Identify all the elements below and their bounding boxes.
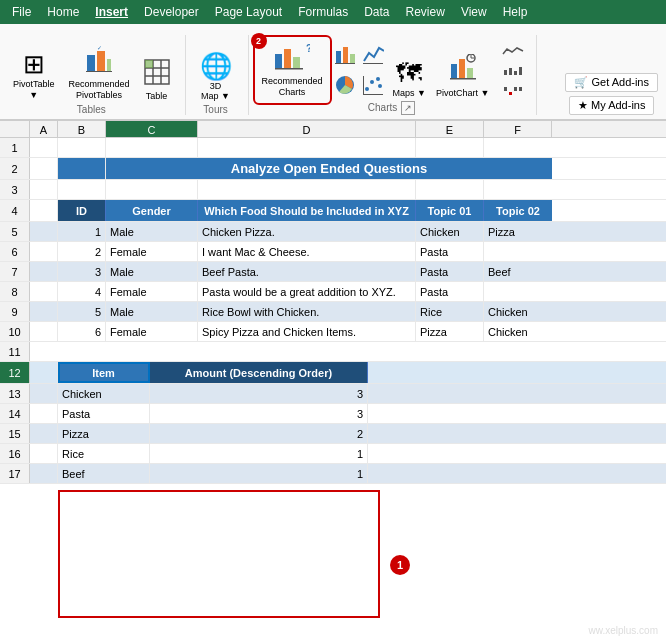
cell[interactable] [30, 282, 58, 301]
cell[interactable] [106, 180, 198, 199]
cell-r10-id[interactable]: 6 [58, 322, 106, 341]
cell[interactable] [368, 362, 666, 383]
cell-r8-t2[interactable] [484, 282, 552, 301]
cell-r5-id[interactable]: 1 [58, 222, 106, 241]
menu-developer[interactable]: Developer [136, 2, 207, 22]
line-chart-button[interactable] [360, 41, 386, 70]
cell-r14-item[interactable]: Pasta [58, 404, 150, 423]
pie-chart-button[interactable] [332, 72, 358, 101]
cell[interactable] [416, 180, 484, 199]
cell[interactable] [368, 424, 666, 443]
cell-r9-food[interactable]: Rice Bowl with Chicken. [198, 302, 416, 321]
cell-r8-id[interactable]: 4 [58, 282, 106, 301]
cell-r10-t2[interactable]: Chicken [484, 322, 552, 341]
cell[interactable] [106, 138, 198, 157]
menu-file[interactable]: File [4, 2, 39, 22]
cell-food-hdr[interactable]: Which Food Should be Included in XYZ [198, 200, 416, 221]
cell-r6-gender[interactable]: Female [106, 242, 198, 261]
cell[interactable] [30, 180, 58, 199]
sparkline-col-button[interactable] [500, 63, 526, 81]
cell-r9-t1[interactable]: Rice [416, 302, 484, 321]
cell[interactable] [58, 158, 106, 179]
table-button[interactable]: Table [139, 56, 175, 104]
3d-map-button[interactable]: 🌐 3DMap ▼ [194, 50, 238, 104]
cell-r8-t1[interactable]: Pasta [416, 282, 484, 301]
cell[interactable] [30, 138, 58, 157]
cell[interactable] [30, 222, 58, 241]
cell[interactable] [30, 362, 58, 383]
menu-data[interactable]: Data [356, 2, 397, 22]
cell-r5-gender[interactable]: Male [106, 222, 198, 241]
cell-r7-gender[interactable]: Male [106, 262, 198, 281]
cell[interactable] [368, 464, 666, 483]
cell[interactable] [30, 262, 58, 281]
cell-r6-t2[interactable] [484, 242, 552, 261]
cell-r7-t1[interactable]: Pasta [416, 262, 484, 281]
cell-r13-item[interactable]: Chicken [58, 384, 150, 403]
cell[interactable] [198, 138, 416, 157]
menu-view[interactable]: View [453, 2, 495, 22]
cell-topic2-hdr[interactable]: Topic 02 [484, 200, 552, 221]
cell-r7-food[interactable]: Beef Pasta. [198, 262, 416, 281]
cell-r5-food[interactable]: Chicken Pizza. [198, 222, 416, 241]
pivot-table-button[interactable]: ⊞ PivotTable▼ [8, 48, 60, 104]
cell-r7-id[interactable]: 3 [58, 262, 106, 281]
cell-r9-gender[interactable]: Male [106, 302, 198, 321]
cell[interactable] [30, 158, 58, 179]
charts-dialog-launcher[interactable]: ↗ [401, 101, 415, 116]
cell[interactable] [198, 180, 416, 199]
cell-r16-amt[interactable]: 1 [150, 444, 368, 463]
get-addins-button[interactable]: 🛒 Get Add-ins [565, 73, 658, 92]
cell[interactable] [58, 138, 106, 157]
cell-r9-id[interactable]: 5 [58, 302, 106, 321]
menu-page-layout[interactable]: Page Layout [207, 2, 290, 22]
cell-amount-hdr[interactable]: Amount (Descending Order) [150, 362, 368, 383]
cell[interactable] [30, 444, 58, 463]
cell[interactable] [484, 180, 552, 199]
recommended-pivot-button[interactable]: ✓ RecommendedPivotTables [64, 42, 135, 104]
cell[interactable] [368, 384, 666, 403]
cell-gender-hdr[interactable]: Gender [106, 200, 198, 221]
cell-r6-food[interactable]: I want Mac & Cheese. [198, 242, 416, 261]
cell[interactable] [368, 444, 666, 463]
cell[interactable] [30, 242, 58, 261]
cell-topic1-hdr[interactable]: Topic 01 [416, 200, 484, 221]
cell-r5-t1[interactable]: Chicken [416, 222, 484, 241]
cell[interactable] [30, 384, 58, 403]
cell-r8-food[interactable]: Pasta would be a great addition to XYZ. [198, 282, 416, 301]
cell-r17-amt[interactable]: 1 [150, 464, 368, 483]
cell-r6-t1[interactable]: Pasta [416, 242, 484, 261]
pivot-chart-button[interactable]: PivotChart ▼ [433, 51, 492, 101]
menu-help[interactable]: Help [495, 2, 536, 22]
cell[interactable] [484, 138, 552, 157]
col-h-e[interactable]: E [416, 121, 484, 137]
column-chart-button[interactable] [332, 41, 358, 70]
cell[interactable] [30, 200, 58, 221]
sparkline-line-button[interactable] [500, 43, 526, 61]
col-h-c[interactable]: C [106, 121, 198, 137]
cell-title[interactable]: Analyze Open Ended Questions [106, 158, 552, 179]
cell[interactable] [368, 404, 666, 423]
cell-r10-gender[interactable]: Female [106, 322, 198, 341]
col-h-f[interactable]: F [484, 121, 552, 137]
cell[interactable] [30, 322, 58, 341]
cell[interactable] [30, 404, 58, 423]
cell-r13-amt[interactable]: 3 [150, 384, 368, 403]
cell-r5-t2[interactable]: Pizza [484, 222, 552, 241]
cell-r8-gender[interactable]: Female [106, 282, 198, 301]
cell-item-hdr[interactable]: Item [58, 362, 150, 383]
col-h-a[interactable]: A [30, 121, 58, 137]
menu-review[interactable]: Review [398, 2, 453, 22]
cell-r7-t2[interactable]: Beef [484, 262, 552, 281]
cell-r15-item[interactable]: Pizza [58, 424, 150, 443]
cell-r15-amt[interactable]: 2 [150, 424, 368, 443]
col-h-b[interactable]: B [58, 121, 106, 137]
menu-insert[interactable]: Insert [87, 2, 136, 22]
my-addins-button[interactable]: ★ My Add-ins [569, 96, 654, 115]
cell[interactable] [30, 424, 58, 443]
menu-home[interactable]: Home [39, 2, 87, 22]
maps-button[interactable]: 🗺 Maps ▼ [390, 57, 429, 101]
cell-r9-t2[interactable]: Chicken [484, 302, 552, 321]
cell-r17-item[interactable]: Beef [58, 464, 150, 483]
cell-id-hdr[interactable]: ID [58, 200, 106, 221]
